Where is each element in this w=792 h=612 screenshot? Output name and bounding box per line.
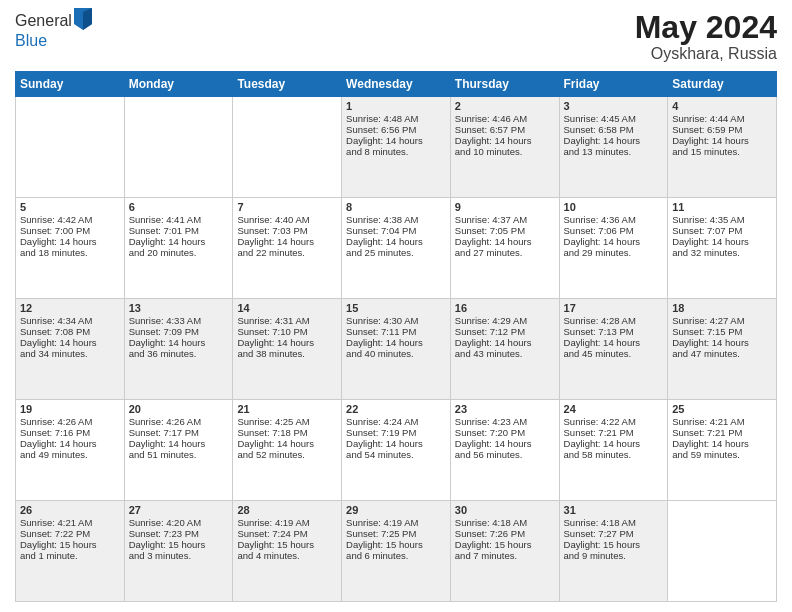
day-number: 17	[564, 302, 664, 314]
calendar-cell: 28Sunrise: 4:19 AMSunset: 7:24 PMDayligh…	[233, 501, 342, 602]
day-number: 30	[455, 504, 555, 516]
month-year: May 2024	[635, 10, 777, 45]
col-wednesday: Wednesday	[342, 72, 451, 97]
header: General Blue May 2024 Oyskhara, Russia	[15, 10, 777, 63]
day-number: 3	[564, 100, 664, 112]
day-number: 23	[455, 403, 555, 415]
calendar-cell: 16Sunrise: 4:29 AMSunset: 7:12 PMDayligh…	[450, 299, 559, 400]
calendar-cell: 5Sunrise: 4:42 AMSunset: 7:00 PMDaylight…	[16, 198, 125, 299]
day-number: 25	[672, 403, 772, 415]
day-number: 5	[20, 201, 120, 213]
day-number: 4	[672, 100, 772, 112]
calendar: Sunday Monday Tuesday Wednesday Thursday…	[15, 71, 777, 602]
calendar-cell: 11Sunrise: 4:35 AMSunset: 7:07 PMDayligh…	[668, 198, 777, 299]
calendar-cell: 19Sunrise: 4:26 AMSunset: 7:16 PMDayligh…	[16, 400, 125, 501]
day-number: 7	[237, 201, 337, 213]
calendar-cell: 24Sunrise: 4:22 AMSunset: 7:21 PMDayligh…	[559, 400, 668, 501]
day-number: 21	[237, 403, 337, 415]
calendar-cell: 14Sunrise: 4:31 AMSunset: 7:10 PMDayligh…	[233, 299, 342, 400]
day-number: 31	[564, 504, 664, 516]
calendar-cell: 25Sunrise: 4:21 AMSunset: 7:21 PMDayligh…	[668, 400, 777, 501]
calendar-week-row: 1Sunrise: 4:48 AMSunset: 6:56 PMDaylight…	[16, 97, 777, 198]
col-sunday: Sunday	[16, 72, 125, 97]
calendar-cell	[16, 97, 125, 198]
calendar-cell: 29Sunrise: 4:19 AMSunset: 7:25 PMDayligh…	[342, 501, 451, 602]
calendar-cell: 30Sunrise: 4:18 AMSunset: 7:26 PMDayligh…	[450, 501, 559, 602]
title-block: May 2024 Oyskhara, Russia	[635, 10, 777, 63]
calendar-cell: 12Sunrise: 4:34 AMSunset: 7:08 PMDayligh…	[16, 299, 125, 400]
calendar-cell: 6Sunrise: 4:41 AMSunset: 7:01 PMDaylight…	[124, 198, 233, 299]
calendar-cell: 27Sunrise: 4:20 AMSunset: 7:23 PMDayligh…	[124, 501, 233, 602]
logo: General Blue	[15, 10, 92, 50]
calendar-cell: 8Sunrise: 4:38 AMSunset: 7:04 PMDaylight…	[342, 198, 451, 299]
calendar-cell: 7Sunrise: 4:40 AMSunset: 7:03 PMDaylight…	[233, 198, 342, 299]
day-number: 29	[346, 504, 446, 516]
calendar-week-row: 12Sunrise: 4:34 AMSunset: 7:08 PMDayligh…	[16, 299, 777, 400]
day-number: 28	[237, 504, 337, 516]
day-number: 20	[129, 403, 229, 415]
calendar-cell: 18Sunrise: 4:27 AMSunset: 7:15 PMDayligh…	[668, 299, 777, 400]
day-number: 11	[672, 201, 772, 213]
calendar-cell: 15Sunrise: 4:30 AMSunset: 7:11 PMDayligh…	[342, 299, 451, 400]
calendar-cell: 20Sunrise: 4:26 AMSunset: 7:17 PMDayligh…	[124, 400, 233, 501]
calendar-cell: 10Sunrise: 4:36 AMSunset: 7:06 PMDayligh…	[559, 198, 668, 299]
day-number: 16	[455, 302, 555, 314]
calendar-cell	[668, 501, 777, 602]
calendar-cell: 21Sunrise: 4:25 AMSunset: 7:18 PMDayligh…	[233, 400, 342, 501]
col-saturday: Saturday	[668, 72, 777, 97]
logo-icon	[74, 8, 92, 30]
calendar-cell: 17Sunrise: 4:28 AMSunset: 7:13 PMDayligh…	[559, 299, 668, 400]
day-number: 2	[455, 100, 555, 112]
calendar-cell	[124, 97, 233, 198]
logo-blue-text: Blue	[15, 32, 47, 49]
day-number: 12	[20, 302, 120, 314]
day-number: 14	[237, 302, 337, 314]
calendar-week-row: 19Sunrise: 4:26 AMSunset: 7:16 PMDayligh…	[16, 400, 777, 501]
day-number: 6	[129, 201, 229, 213]
col-thursday: Thursday	[450, 72, 559, 97]
location: Oyskhara, Russia	[635, 45, 777, 63]
calendar-cell: 26Sunrise: 4:21 AMSunset: 7:22 PMDayligh…	[16, 501, 125, 602]
col-monday: Monday	[124, 72, 233, 97]
calendar-cell: 4Sunrise: 4:44 AMSunset: 6:59 PMDaylight…	[668, 97, 777, 198]
calendar-header-row: Sunday Monday Tuesday Wednesday Thursday…	[16, 72, 777, 97]
day-number: 15	[346, 302, 446, 314]
calendar-cell: 23Sunrise: 4:23 AMSunset: 7:20 PMDayligh…	[450, 400, 559, 501]
day-number: 26	[20, 504, 120, 516]
calendar-cell: 3Sunrise: 4:45 AMSunset: 6:58 PMDaylight…	[559, 97, 668, 198]
calendar-cell: 31Sunrise: 4:18 AMSunset: 7:27 PMDayligh…	[559, 501, 668, 602]
col-tuesday: Tuesday	[233, 72, 342, 97]
day-number: 10	[564, 201, 664, 213]
calendar-cell: 22Sunrise: 4:24 AMSunset: 7:19 PMDayligh…	[342, 400, 451, 501]
day-number: 18	[672, 302, 772, 314]
day-number: 27	[129, 504, 229, 516]
calendar-week-row: 26Sunrise: 4:21 AMSunset: 7:22 PMDayligh…	[16, 501, 777, 602]
day-number: 1	[346, 100, 446, 112]
day-number: 19	[20, 403, 120, 415]
calendar-cell: 1Sunrise: 4:48 AMSunset: 6:56 PMDaylight…	[342, 97, 451, 198]
logo-general-text: General	[15, 12, 72, 30]
calendar-cell: 2Sunrise: 4:46 AMSunset: 6:57 PMDaylight…	[450, 97, 559, 198]
calendar-cell	[233, 97, 342, 198]
calendar-week-row: 5Sunrise: 4:42 AMSunset: 7:00 PMDaylight…	[16, 198, 777, 299]
day-number: 13	[129, 302, 229, 314]
day-number: 24	[564, 403, 664, 415]
day-number: 9	[455, 201, 555, 213]
col-friday: Friday	[559, 72, 668, 97]
calendar-cell: 9Sunrise: 4:37 AMSunset: 7:05 PMDaylight…	[450, 198, 559, 299]
calendar-cell: 13Sunrise: 4:33 AMSunset: 7:09 PMDayligh…	[124, 299, 233, 400]
page: General Blue May 2024 Oyskhara, Russia S…	[0, 0, 792, 612]
day-number: 22	[346, 403, 446, 415]
day-number: 8	[346, 201, 446, 213]
